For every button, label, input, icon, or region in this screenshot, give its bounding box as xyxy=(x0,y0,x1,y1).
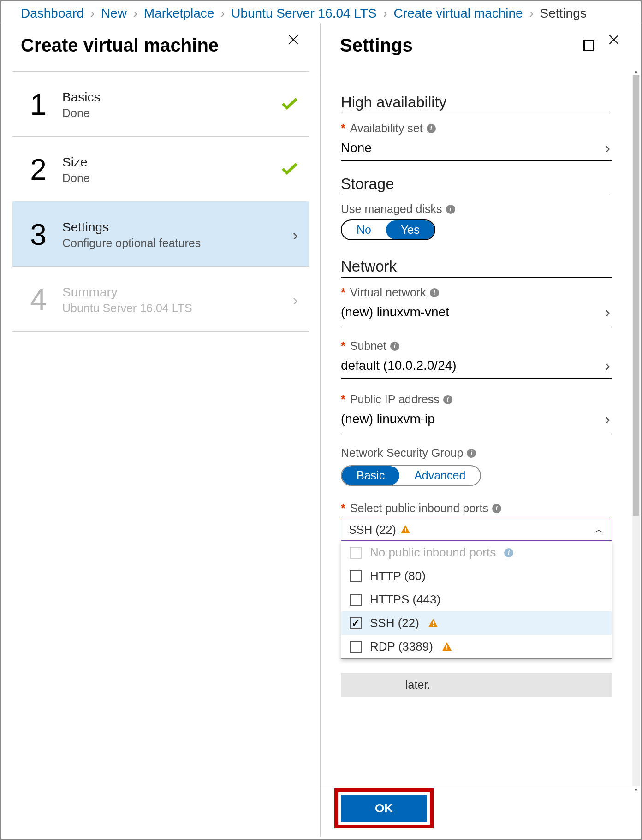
breadcrumb-current: Settings xyxy=(540,6,587,20)
info-icon[interactable]: i xyxy=(443,395,452,404)
blade-title: Settings xyxy=(340,35,571,56)
checkbox[interactable] xyxy=(350,641,362,653)
step-title: Basics xyxy=(62,90,281,105)
port-option[interactable]: HTTPS (443) xyxy=(341,588,612,611)
chevron-right-icon: › xyxy=(380,6,390,20)
step-title: Summary xyxy=(62,285,293,300)
nsg-toggle[interactable]: Basic Advanced xyxy=(341,465,481,486)
step-number: 3 xyxy=(24,218,53,252)
toggle-no[interactable]: No xyxy=(342,220,386,239)
port-option: No public inbound portsi xyxy=(341,541,612,564)
ok-button[interactable]: OK xyxy=(341,795,427,822)
ports-dropdown[interactable]: SSH (22) ︿ xyxy=(341,519,612,541)
port-option-label: RDP (3389) xyxy=(370,639,433,654)
svg-rect-3 xyxy=(433,625,434,626)
chevron-right-icon: › xyxy=(293,226,298,244)
field-subnet[interactable]: * Subnet i default (10.0.2.0/24) › xyxy=(341,339,612,379)
breadcrumb-link[interactable]: New xyxy=(101,6,127,20)
step-title: Size xyxy=(62,155,281,170)
dropdown-selected-text: SSH (22) xyxy=(349,523,396,537)
port-option[interactable]: SSH (22) xyxy=(341,611,612,635)
field-public-ip[interactable]: * Public IP address i (new) linuxvm-ip › xyxy=(341,393,612,432)
breadcrumb-link[interactable]: Create virtual machine xyxy=(394,6,523,20)
blade-title: Create virtual machine xyxy=(21,35,276,56)
step-number: 4 xyxy=(24,283,53,317)
breadcrumb-link[interactable]: Dashboard xyxy=(21,6,84,20)
wizard-steps: 1BasicsDone2SizeDone3SettingsConfigure o… xyxy=(1,71,320,332)
wizard-step-summary: 4SummaryUbuntu Server 16.04 LTS› xyxy=(12,266,309,332)
toggle-yes[interactable]: Yes xyxy=(386,220,434,239)
breadcrumb-link[interactable]: Ubuntu Server 16.04 LTS xyxy=(231,6,376,20)
step-number: 1 xyxy=(24,88,53,122)
field-label: Select public inbound ports xyxy=(350,502,488,515)
chevron-right-icon: › xyxy=(218,6,227,20)
info-note: later. xyxy=(341,673,612,697)
toggle-advanced[interactable]: Advanced xyxy=(399,466,480,485)
field-value: (new) linuxvm-vnet xyxy=(341,305,605,319)
ports-dropdown-list: No public inbound portsiHTTP (80)HTTPS (… xyxy=(341,541,612,659)
info-icon: i xyxy=(504,548,513,557)
ok-button-highlight: OK xyxy=(334,788,434,828)
info-icon[interactable]: i xyxy=(427,124,436,133)
field-value: None xyxy=(341,141,605,155)
checkbox[interactable] xyxy=(350,617,362,629)
info-icon[interactable]: i xyxy=(446,205,455,214)
port-option-label: SSH (22) xyxy=(370,616,419,630)
managed-disks-toggle[interactable]: No Yes xyxy=(341,219,435,240)
scroll-down-icon[interactable]: ▼ xyxy=(632,786,640,793)
svg-rect-0 xyxy=(405,528,406,531)
checkbox xyxy=(350,547,362,559)
close-icon[interactable] xyxy=(606,38,621,53)
scroll-up-icon[interactable]: ▲ xyxy=(632,67,640,75)
wizard-step-settings[interactable]: 3SettingsConfigure optional features› xyxy=(12,201,309,266)
chevron-right-icon: › xyxy=(293,291,298,309)
port-option[interactable]: HTTP (80) xyxy=(341,564,612,588)
chevron-right-icon: › xyxy=(605,356,612,374)
breadcrumb-link[interactable]: Marketplace xyxy=(144,6,214,20)
info-icon[interactable]: i xyxy=(492,504,501,513)
section-storage: Storage xyxy=(341,175,612,193)
field-availability-set[interactable]: * Availability set i None › xyxy=(341,122,612,161)
wizard-step-basics[interactable]: 1BasicsDone xyxy=(12,71,309,136)
port-option[interactable]: RDP (3389) xyxy=(341,635,612,658)
wizard-step-size[interactable]: 2SizeDone xyxy=(12,136,309,201)
chevron-right-icon: › xyxy=(605,139,612,157)
chevron-up-icon: ︿ xyxy=(594,523,604,537)
checkbox[interactable] xyxy=(350,594,362,606)
scrollbar-thumb[interactable] xyxy=(633,75,639,516)
info-icon[interactable]: i xyxy=(430,288,439,297)
step-subtitle: Done xyxy=(62,172,281,185)
port-option-label: No public inbound ports xyxy=(370,545,496,560)
toggle-basic[interactable]: Basic xyxy=(342,466,399,485)
port-option-label: HTTP (80) xyxy=(370,569,426,583)
settings-blade: Settings ▲ ▼ High availability * Availab… xyxy=(321,23,641,837)
warning-icon xyxy=(428,618,439,629)
info-icon[interactable]: i xyxy=(390,342,399,351)
field-label: Public IP address xyxy=(350,393,440,406)
step-subtitle: Ubuntu Server 16.04 LTS xyxy=(62,302,293,315)
step-number: 2 xyxy=(24,153,53,187)
info-icon[interactable]: i xyxy=(467,449,476,458)
maximize-icon[interactable] xyxy=(582,38,596,53)
field-label: Subnet xyxy=(350,339,386,353)
chevron-right-icon: › xyxy=(526,6,536,20)
step-title: Settings xyxy=(62,220,293,235)
scrollbar[interactable]: ▲ ▼ xyxy=(632,75,640,786)
field-label: Use managed disks xyxy=(341,202,442,216)
warning-icon xyxy=(400,524,411,535)
field-value: (new) linuxvm-ip xyxy=(341,412,605,426)
breadcrumb: Dashboard › New › Marketplace › Ubuntu S… xyxy=(1,1,641,23)
chevron-right-icon: › xyxy=(605,303,612,321)
step-subtitle: Done xyxy=(62,106,281,120)
svg-rect-4 xyxy=(446,645,447,648)
section-high-availability: High availability xyxy=(341,94,612,111)
svg-rect-2 xyxy=(433,621,434,624)
field-virtual-network[interactable]: * Virtual network i (new) linuxvm-vnet › xyxy=(341,286,612,325)
checkbox[interactable] xyxy=(350,570,362,582)
field-value: default (10.0.2.0/24) xyxy=(341,358,605,373)
svg-rect-1 xyxy=(405,532,406,532)
checkmark-icon xyxy=(281,162,298,177)
chevron-right-icon: › xyxy=(605,410,612,428)
close-icon[interactable] xyxy=(286,38,301,53)
section-network: Network xyxy=(341,258,612,275)
